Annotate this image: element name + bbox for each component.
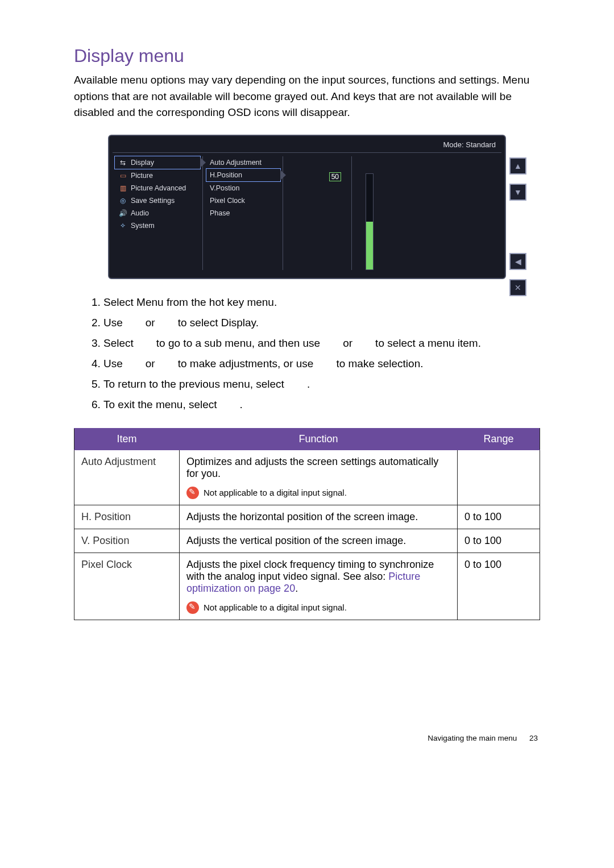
- audio-icon: 🔊: [118, 209, 127, 217]
- spec-table: Item Function Range Auto Adjustment Opti…: [74, 428, 540, 620]
- back-icon: ◀: [515, 257, 521, 266]
- osd-sub-item[interactable]: Pixel Clock: [206, 194, 280, 207]
- item-cell: Auto Adjustment: [74, 450, 180, 505]
- function-cell: Adjusts the vertical position of the scr…: [180, 529, 458, 553]
- osd-bar-column: [355, 156, 499, 270]
- function-cell: Optimizes and adjusts the screen setting…: [180, 450, 458, 505]
- osd-left-label: Display: [131, 159, 154, 167]
- osd-left-item-display[interactable]: ⇆ Display: [115, 156, 200, 169]
- osd-slider-fill: [366, 222, 373, 269]
- mode-value: Standard: [466, 140, 496, 149]
- osd-figure: Mode: Standard ⇆ Display ▭ Picture ▥ Pic…: [108, 135, 506, 279]
- text: To exit the menu, select: [103, 398, 217, 410]
- osd-sub-label: H.Position: [210, 171, 242, 179]
- osd-sub-item[interactable]: Auto Adjustment: [206, 156, 280, 169]
- osd-left-item-system[interactable]: ✧ System: [115, 219, 200, 232]
- text: Select: [103, 296, 136, 308]
- text: .: [256, 317, 259, 329]
- picture-icon: ▭: [118, 172, 127, 180]
- item-cell: V. Position: [74, 529, 180, 553]
- display-icon: ⇆: [118, 159, 127, 167]
- page-footer: Navigating the main menu 23: [74, 734, 540, 742]
- text: to go to a sub menu, and then use: [156, 337, 320, 349]
- function-cell: Adjusts the horizontal position of the s…: [180, 505, 458, 529]
- table-row: V. Position Adjusts the vertical positio…: [74, 529, 540, 553]
- text: to make selection.: [336, 358, 423, 369]
- instruction-list: Select Menu from the hot key menu. Useor…: [74, 296, 540, 411]
- up-button[interactable]: ▲: [509, 157, 526, 175]
- footer-text: Navigating the main menu: [428, 734, 517, 742]
- text: .: [307, 378, 310, 390]
- note-icon: [186, 601, 199, 614]
- page-number: 23: [529, 734, 538, 742]
- step-1: Select Menu from the hot key menu.: [103, 296, 540, 309]
- osd-left-label: System: [131, 222, 155, 230]
- step-6: To exit the menu, select.: [103, 398, 540, 411]
- step-5: To return to the previous menu, select.: [103, 378, 540, 391]
- note: Not applicable to a digital input signal…: [186, 487, 450, 499]
- text: or: [343, 337, 352, 349]
- osd-sub-item[interactable]: H.Position: [206, 169, 280, 181]
- osd-slider-track[interactable]: [366, 173, 374, 270]
- note-text: Not applicable to a digital input signal…: [204, 603, 347, 612]
- osd-sub-menu: Auto Adjustment H.Position V.Postion Pix…: [206, 156, 283, 270]
- exit-icon: ✕: [515, 283, 521, 292]
- keyword: Menu: [136, 296, 164, 308]
- mode-prefix: Mode:: [443, 140, 466, 149]
- table-row: Auto Adjustment Optimizes and adjusts th…: [74, 450, 540, 505]
- text: To return to the previous menu, select: [103, 378, 284, 390]
- osd-left-item-save-settings[interactable]: ◎ Save Settings: [115, 194, 200, 207]
- th-range: Range: [458, 428, 540, 450]
- text: from the hot key menu.: [164, 296, 277, 308]
- item-cell: Pixel Clock: [74, 553, 180, 620]
- osd-left-label: Picture Advanced: [131, 184, 186, 192]
- table-row: Pixel Clock Adjusts the pixel clock freq…: [74, 553, 540, 620]
- text: .: [240, 398, 243, 410]
- step-3: Selectto go to a sub menu, and then useo…: [103, 337, 540, 350]
- note: Not applicable to a digital input signal…: [186, 601, 450, 614]
- th-item: Item: [74, 428, 180, 450]
- up-icon: ▲: [514, 161, 522, 171]
- text: to select: [178, 317, 221, 329]
- system-icon: ✧: [118, 222, 127, 230]
- osd-left-item-picture[interactable]: ▭ Picture: [115, 169, 200, 182]
- range-cell: 0 to 100: [458, 553, 540, 620]
- text: .: [295, 583, 298, 594]
- osd-value-column: 50: [287, 156, 352, 270]
- osd-left-label: Save Settings: [131, 197, 175, 205]
- text: or: [146, 358, 155, 369]
- th-function: Function: [180, 428, 458, 450]
- down-button[interactable]: ▼: [509, 184, 526, 201]
- osd-value: 50: [329, 172, 341, 181]
- section-title: Display menu: [74, 45, 540, 67]
- exit-button[interactable]: ✕: [509, 279, 526, 296]
- text: Use: [103, 358, 123, 369]
- down-icon: ▼: [514, 188, 522, 197]
- note-text: Not applicable to a digital input signal…: [204, 488, 347, 497]
- osd-left-item-audio[interactable]: 🔊 Audio: [115, 207, 200, 219]
- osd-sub-label: V.Postion: [210, 184, 239, 192]
- osd-sub-item[interactable]: Phase: [206, 207, 280, 219]
- osd-left-label: Audio: [131, 209, 149, 217]
- text: Use: [103, 317, 123, 329]
- text: to make adjustments, or use: [178, 358, 314, 369]
- item-cell: H. Position: [74, 505, 180, 529]
- step-2: Useorto select Display.: [103, 317, 540, 329]
- text: Select: [103, 337, 134, 349]
- osd-sub-label: Pixel Clock: [210, 197, 245, 205]
- text: Optimizes and adjusts the screen setting…: [186, 456, 438, 479]
- back-button[interactable]: ◀: [509, 253, 526, 270]
- function-cell: Adjusts the pixel clock frequency timing…: [180, 553, 458, 620]
- osd-sub-label: Phase: [210, 209, 230, 217]
- table-row: H. Position Adjusts the horizontal posit…: [74, 505, 540, 529]
- osd-sub-item[interactable]: V.Postion: [206, 182, 280, 194]
- text: to select a menu item.: [375, 337, 481, 349]
- text: or: [146, 317, 155, 329]
- intro-paragraph: Available menu options may vary dependin…: [74, 72, 540, 121]
- keyword: Display: [221, 317, 256, 329]
- osd-left-label: Picture: [131, 172, 153, 180]
- osd-side-buttons: ▲ ▼ ◀ ✕: [509, 157, 526, 296]
- note-icon: [186, 487, 199, 499]
- range-cell: [458, 450, 540, 505]
- osd-left-item-picture-advanced[interactable]: ▥ Picture Advanced: [115, 182, 200, 194]
